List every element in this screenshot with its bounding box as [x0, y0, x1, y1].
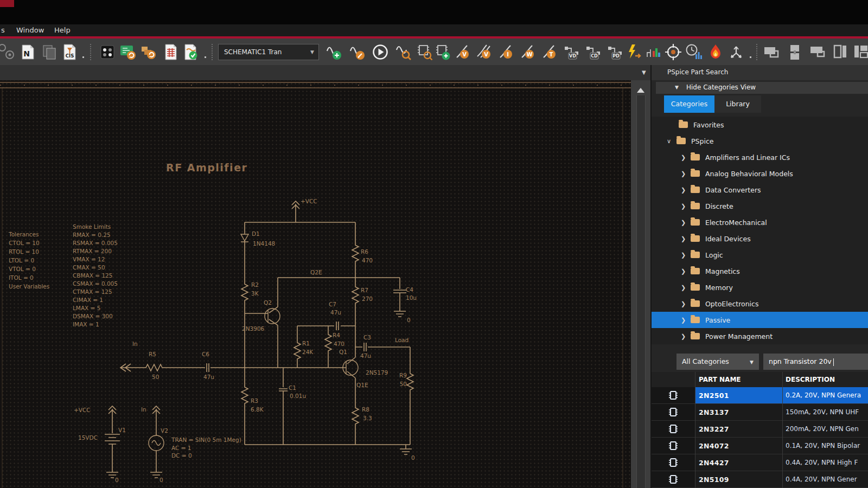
- tree-item-magnetics[interactable]: ❯Magnetics: [652, 263, 868, 279]
- part-row-2N4072[interactable]: 2N40720.1A, 20V, NPN Bipolar: [652, 438, 868, 454]
- update-pcb-icon[interactable]: [118, 43, 137, 61]
- svg-text:N: N: [23, 49, 30, 58]
- locate-target-icon[interactable]: [664, 43, 682, 61]
- chevron-right-icon[interactable]: ❯: [681, 284, 687, 291]
- part-row-2N5109[interactable]: 2N51090.4A, 20V, NPN Gener: [652, 471, 868, 488]
- chevron-right-icon[interactable]: ❯: [681, 203, 687, 210]
- bias-point-toggle-icon[interactable]: [625, 43, 643, 61]
- schematic-canvas[interactable]: RF AmplifierUser Variables+VCCD11N4148R2…: [0, 80, 631, 488]
- performance-clock-icon[interactable]: [685, 43, 703, 61]
- chevron-right-icon[interactable]: ❯: [681, 317, 687, 324]
- menu-item-partial[interactable]: s: [1, 26, 5, 34]
- bom-report-icon[interactable]: [162, 43, 180, 61]
- footprint-sync-icon[interactable]: [139, 43, 157, 61]
- part-manager-icon[interactable]: [98, 43, 117, 61]
- tree-item-data-converters[interactable]: ❯Data Converters: [652, 182, 868, 198]
- column-part-name[interactable]: PART NAME: [699, 376, 741, 383]
- view-netlist-icon[interactable]: [416, 43, 434, 61]
- tree-item-pspice[interactable]: ∨PSpice: [652, 133, 868, 149]
- simulation-profile-select[interactable]: SCHEMATIC1 Tran ▼: [218, 44, 319, 60]
- scrollbar-track[interactable]: [636, 95, 646, 488]
- smoke-limits-line-2: RSMAX = 0.005: [73, 240, 118, 246]
- hide-categories-toggle[interactable]: ▼ Hide Categories View: [656, 82, 868, 94]
- edit-simulation-profile-icon[interactable]: [348, 43, 366, 61]
- differential-voltage-probe-icon[interactable]: V: [475, 43, 494, 61]
- smoke-analysis-flame-icon[interactable]: [706, 43, 725, 61]
- run-pspice-icon[interactable]: [371, 43, 390, 61]
- chevron-right-icon[interactable]: ❯: [681, 235, 687, 242]
- tab-library[interactable]: Library: [714, 95, 761, 113]
- tree-item-label: OptoElectronics: [705, 300, 758, 308]
- chevron-right-icon[interactable]: ❯: [681, 187, 687, 194]
- schematic-label-in_net: In: [132, 341, 138, 347]
- create-netlist-icon[interactable]: [434, 43, 452, 61]
- voltage-display-icon[interactable]: VD: [562, 43, 580, 61]
- part-row-2N3227[interactable]: 2N3227200mA, 20V, NPN Gen: [652, 421, 868, 438]
- copy-documents-icon[interactable]: [40, 43, 59, 61]
- menu-item-window[interactable]: Window: [16, 26, 44, 34]
- cis-document-icon[interactable]: CIS: [61, 43, 79, 61]
- voltage-probe-icon[interactable]: V: [454, 43, 472, 61]
- schematic-label-r6_ref: R6: [361, 248, 368, 255]
- window-split-right-icon[interactable]: [853, 43, 868, 61]
- view-simulation-results-icon[interactable]: [394, 43, 413, 61]
- chip-icon: [667, 457, 679, 468]
- tree-item-analog-behavioral-models[interactable]: ❯Analog Behavioral Models: [652, 165, 868, 182]
- chevron-right-icon[interactable]: ❯: [681, 219, 687, 226]
- chevron-right-icon[interactable]: ❯: [681, 300, 687, 307]
- part-row-2N4427[interactable]: 2N44270.4A, 20V, NPN High F: [652, 454, 868, 471]
- chevron-down-icon[interactable]: ▼: [642, 69, 646, 75]
- part-icon-cell: [652, 454, 695, 471]
- canvas-vertical-scrollbar[interactable]: [631, 80, 650, 488]
- window-cascade-icon[interactable]: [808, 43, 827, 61]
- chevron-right-icon[interactable]: ❯: [681, 252, 687, 259]
- chevron-down-icon[interactable]: ▼: [310, 44, 314, 60]
- tree-item-optoelectronics[interactable]: ❯OptoElectronics: [652, 296, 868, 312]
- tree-item-favorites[interactable]: Favorites: [652, 117, 868, 133]
- window-tile-horizontal-icon[interactable]: [763, 43, 781, 61]
- toolbar-dot: [82, 56, 84, 58]
- design-rules-check-icon[interactable]: [181, 43, 200, 61]
- tree-item-power-management[interactable]: ❯Power Management: [652, 328, 868, 344]
- tree-item-amplifiers-and-linear-ics[interactable]: ❯Amplifiers and Linear ICs: [652, 149, 868, 165]
- origin-anchor-icon[interactable]: [727, 43, 745, 61]
- chevron-right-icon[interactable]: ❯: [681, 268, 687, 275]
- category-filter-dropdown[interactable]: All Categories ▼: [676, 354, 759, 370]
- source-v2[interactable]: [149, 435, 164, 451]
- current-display-icon[interactable]: CD: [584, 43, 602, 61]
- power-display-icon[interactable]: PD: [605, 43, 624, 61]
- window-split-left-icon[interactable]: [831, 43, 850, 61]
- scroll-up-icon[interactable]: [637, 88, 644, 93]
- chevron-right-icon[interactable]: ❯: [681, 333, 687, 340]
- tree-item-ideal-devices[interactable]: ❯Ideal Devices: [652, 230, 868, 247]
- tree-item-passive[interactable]: ❯Passive: [652, 312, 868, 328]
- smoke-limits-line-0: Smoke Limits: [73, 223, 111, 230]
- part-row-2N3137[interactable]: 2N3137150mA, 20V, NPN UHF: [652, 404, 868, 421]
- chevron-down-icon[interactable]: ∨: [667, 138, 673, 145]
- parts-table-header: PART NAME DESCRIPTION: [652, 372, 868, 387]
- power-probe-icon[interactable]: W: [519, 43, 537, 61]
- column-description[interactable]: DESCRIPTION: [786, 376, 835, 383]
- menu-item-help[interactable]: Help: [54, 26, 71, 34]
- diode-d1[interactable]: [241, 233, 248, 242]
- schematic-label-d1_val: 1N4148: [253, 240, 275, 247]
- bias-display-levels-icon[interactable]: [644, 43, 663, 61]
- new-design-icon[interactable]: N: [19, 43, 37, 61]
- schematic-label-c6_val: 47u: [203, 374, 214, 380]
- chevron-right-icon[interactable]: ❯: [681, 170, 687, 177]
- chevron-right-icon[interactable]: ❯: [681, 154, 687, 161]
- tree-item-discrete[interactable]: ❯Discrete: [652, 198, 868, 214]
- tree-item-electromechanical[interactable]: ❯ElectroMechanical: [652, 214, 868, 230]
- tree-item-memory[interactable]: ❯Memory: [652, 279, 868, 296]
- window-tile-vertical-icon[interactable]: [786, 43, 804, 61]
- current-probe-icon[interactable]: I: [497, 43, 515, 61]
- part-row-2N2501[interactable]: 2N25010.2A, 20V, NPN Genera: [652, 387, 868, 404]
- category-tree: Favorites∨PSpice❯Amplifiers and Linear I…: [652, 117, 868, 344]
- new-simulation-profile-icon[interactable]: [324, 43, 343, 61]
- chevron-down-icon[interactable]: ▼: [750, 354, 754, 370]
- tab-categories[interactable]: Categories: [664, 95, 714, 113]
- schematic-label-v2_dc: DC = 0: [171, 452, 192, 459]
- temperature-probe-icon[interactable]: T: [540, 43, 559, 61]
- part-search-input[interactable]: npn Transistor 20v: [763, 354, 868, 370]
- tree-item-logic[interactable]: ❯Logic: [652, 247, 868, 263]
